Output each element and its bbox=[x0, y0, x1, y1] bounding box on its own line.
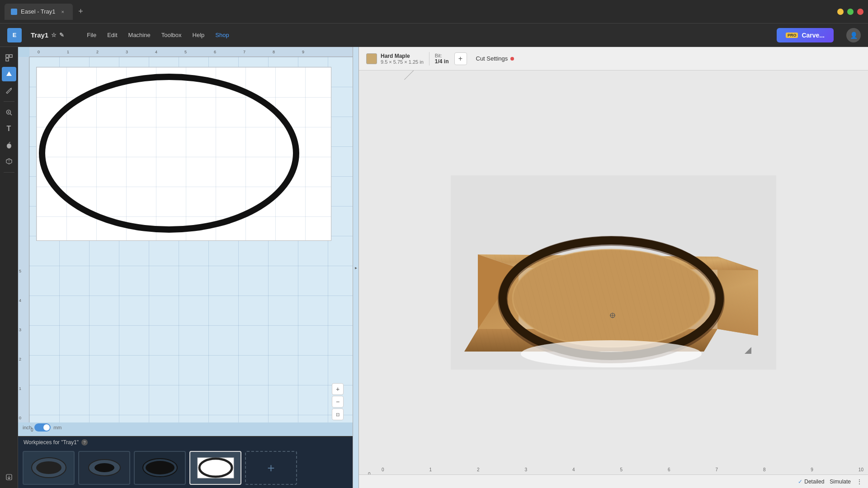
h-ruler: 0 1 2 3 4 5 6 7 8 9 bbox=[29, 47, 353, 57]
star-icon[interactable]: ☆ bbox=[51, 32, 57, 38]
bit-info: Bit: 1/4 in bbox=[435, 53, 449, 65]
material-name: Hard Maple bbox=[381, 53, 424, 59]
diagonal-ruler bbox=[404, 70, 443, 80]
account-btn[interactable]: 👤 bbox=[846, 28, 861, 42]
simulate-btn[interactable]: Simulate bbox=[830, 479, 851, 485]
zoom-in-btn[interactable]: + bbox=[332, 383, 344, 395]
material-info: Hard Maple 9.5 × 5.75 × 1.25 in bbox=[381, 53, 424, 65]
svg-rect-0 bbox=[6, 55, 9, 57]
minimize-btn[interactable] bbox=[837, 9, 844, 15]
material-chip[interactable]: Hard Maple 9.5 × 5.75 × 1.25 in bbox=[366, 53, 424, 65]
bit-value: 1/4 in bbox=[435, 58, 449, 65]
tab-title: Easel - Tray1 bbox=[21, 8, 56, 15]
preview-toolbar: Hard Maple 9.5 × 5.75 × 1.25 in Bit: 1/4… bbox=[359, 47, 868, 70]
toolbar-import[interactable] bbox=[2, 470, 16, 484]
workpiece-item-3[interactable] bbox=[134, 451, 186, 485]
unit-toggle-switch[interactable] bbox=[34, 423, 51, 432]
workpieces-help[interactable]: ? bbox=[81, 439, 88, 446]
app-logo: E bbox=[7, 28, 22, 42]
browser-chrome: Easel - Tray1 × + bbox=[0, 0, 868, 23]
workpiece-item-1[interactable] bbox=[23, 451, 75, 485]
toolbar-sep2 bbox=[4, 172, 14, 173]
preview-area: Hard Maple 9.5 × 5.75 × 1.25 in Bit: 1/4… bbox=[359, 47, 868, 488]
material-swatch bbox=[366, 53, 377, 64]
preview-bottom-bar: ✓ Detailed Simulate ⋮ bbox=[359, 474, 868, 488]
menu-shop[interactable]: Shop bbox=[211, 29, 233, 41]
svg-point-15 bbox=[146, 461, 175, 474]
menu-items: File Edit Machine Toolbox Help Shop bbox=[82, 29, 233, 41]
3d-render bbox=[451, 175, 776, 370]
left-toolbar: T bbox=[0, 47, 18, 488]
workpiece-item-2[interactable] bbox=[78, 451, 130, 485]
canvas-area[interactable]: 0 1 2 3 4 5 6 7 8 9 0 1 bbox=[18, 47, 353, 436]
tab-favicon bbox=[11, 9, 17, 15]
svg-rect-2 bbox=[6, 58, 9, 61]
menu-toolbox[interactable]: Toolbox bbox=[157, 29, 186, 41]
new-tab-btn[interactable]: + bbox=[75, 5, 87, 18]
material-dims: 9.5 × 5.75 × 1.25 in bbox=[381, 59, 424, 65]
maximize-btn[interactable] bbox=[847, 9, 854, 15]
toolbar-sep1 bbox=[4, 101, 14, 102]
zoom-out-btn[interactable]: − bbox=[332, 396, 344, 408]
detailed-toggle[interactable]: ✓ Detailed bbox=[798, 479, 824, 485]
svg-marker-3 bbox=[6, 71, 12, 76]
toolbar-zoom[interactable] bbox=[2, 105, 16, 120]
3d-scene[interactable]: 012345678910 0 bbox=[359, 70, 868, 474]
toolbar-text[interactable]: T bbox=[2, 122, 16, 136]
left-panel: 0 1 2 3 4 5 6 7 8 9 0 1 bbox=[18, 47, 353, 488]
vertical-collapse-handle[interactable]: ▸ bbox=[353, 47, 359, 488]
preview-menu-btn[interactable]: ⋮ bbox=[856, 478, 863, 485]
svg-point-11 bbox=[36, 461, 61, 474]
v-ruler: 0 1 2 3 4 5 bbox=[18, 57, 29, 422]
tab-close-btn[interactable]: × bbox=[59, 8, 66, 15]
svg-rect-1 bbox=[9, 55, 12, 57]
detailed-label: Detailed bbox=[804, 479, 824, 485]
browser-tab[interactable]: Easel - Tray1 × bbox=[5, 4, 73, 20]
menu-help[interactable]: Help bbox=[188, 29, 209, 41]
unit-toggle: inch mm bbox=[23, 423, 62, 432]
workpiece-item-4[interactable] bbox=[189, 451, 241, 485]
menu-file[interactable]: File bbox=[82, 29, 101, 41]
browser-close-btn[interactable] bbox=[857, 9, 863, 15]
unit-mm-label: mm bbox=[53, 425, 61, 430]
ellipse-shape[interactable] bbox=[39, 74, 299, 233]
axis-zero: 0 bbox=[31, 427, 33, 432]
main-content: T 0 1 2 3 bbox=[0, 47, 868, 488]
workpiece-add-btn[interactable]: + bbox=[245, 451, 297, 485]
toggle-knob bbox=[43, 424, 50, 431]
workpieces-panel: Workpieces for "Tray1" ? bbox=[18, 436, 353, 488]
toolbar-select[interactable] bbox=[2, 51, 16, 65]
canvas-workspace[interactable] bbox=[29, 57, 353, 422]
menu-edit[interactable]: Edit bbox=[103, 29, 122, 41]
menubar: E Tray1 ☆ ✎ File Edit Machine Toolbox He… bbox=[0, 23, 868, 47]
carve-button[interactable]: PRO Carve... bbox=[777, 28, 834, 42]
zoom-controls: + − ⊡ bbox=[332, 383, 344, 420]
x-axis-labels: 012345678910 bbox=[382, 467, 863, 472]
app: E Tray1 ☆ ✎ File Edit Machine Toolbox He… bbox=[0, 23, 868, 488]
bit-label: Bit: bbox=[435, 53, 449, 58]
detailed-check: ✓ bbox=[798, 479, 802, 485]
toolbar-box[interactable] bbox=[2, 154, 16, 169]
toolbar-shape[interactable] bbox=[2, 67, 16, 81]
workpieces-header: Workpieces for "Tray1" ? bbox=[18, 437, 353, 448]
toolbar-draw[interactable] bbox=[2, 83, 16, 98]
svg-line-5 bbox=[10, 114, 12, 116]
edit-icon[interactable]: ✎ bbox=[59, 32, 64, 38]
project-title: Tray1 ☆ ✎ bbox=[31, 31, 64, 39]
workpieces-title: Workpieces for "Tray1" bbox=[24, 439, 79, 446]
browser-controls bbox=[837, 9, 863, 15]
svg-point-35 bbox=[521, 340, 702, 367]
svg-point-13 bbox=[94, 463, 114, 472]
pro-badge: PRO bbox=[786, 33, 798, 38]
menu-machine[interactable]: Machine bbox=[124, 29, 155, 41]
toolbar-apple[interactable] bbox=[2, 138, 16, 152]
preview-sep bbox=[429, 52, 429, 66]
canvas-board[interactable] bbox=[36, 67, 331, 241]
zoom-fit-btn[interactable]: ⊡ bbox=[332, 408, 344, 420]
svg-point-8 bbox=[7, 144, 11, 149]
add-bit-btn[interactable]: + bbox=[454, 52, 467, 65]
cut-settings-indicator bbox=[510, 57, 514, 61]
cut-settings-btn[interactable]: Cut Settings bbox=[472, 53, 518, 64]
workpieces-list: + bbox=[18, 448, 353, 488]
